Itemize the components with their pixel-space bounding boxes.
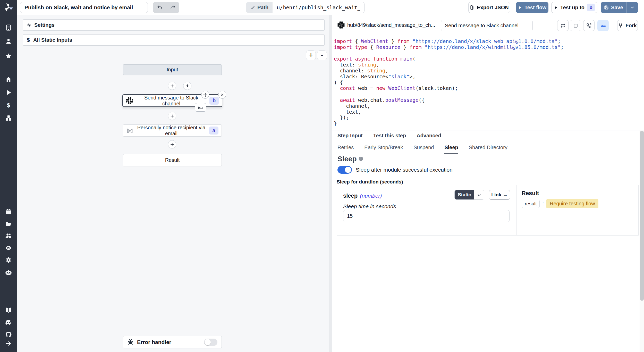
flow-title-input[interactable] [20,2,148,13]
retries-icon-button[interactable] [557,20,569,31]
delete-step-button[interactable] [218,91,226,99]
input-node[interactable]: Input [123,64,222,75]
code-mode-button[interactable] [474,190,484,199]
code-line [334,91,640,97]
link-button[interactable]: Link → [489,190,510,200]
save-label: Save [611,5,623,11]
path-button[interactable]: Path [246,2,273,13]
tab-test-this-step[interactable]: Test this step [373,130,406,142]
error-handler-node[interactable]: Error handler [123,336,222,348]
test-up-to-label: Test up to [560,5,584,11]
fork-button[interactable]: Fork [617,20,638,31]
hub-script-path: hub/849/slack/send_message_to_ch... [347,15,435,35]
tab-sleep[interactable]: Sleep [444,142,458,154]
insert-step-button[interactable] [168,82,176,90]
undo-button[interactable] [153,2,166,13]
tab-advanced[interactable]: Advanced [417,130,441,142]
error-handler-toggle[interactable] [204,339,217,346]
early-stop-icon-button[interactable] [570,20,581,31]
save-dropdown-button[interactable] [627,2,638,13]
folder-icon[interactable] [5,221,12,227]
play-icon[interactable] [5,89,12,96]
result-node[interactable]: Result [123,154,222,166]
sleep-indicator-chip[interactable] [195,103,206,112]
step-tabs-primary: Step InputTest this stepAdvanced [332,130,640,142]
all-static-inputs-bar[interactable]: $ All Static Inputs [23,34,325,46]
email-step-node[interactable]: Personally notice recipient via email a [123,124,222,137]
settings-sliders-icon [26,22,31,28]
slack-icon [337,21,345,29]
zoom-out-button[interactable]: - [317,51,327,60]
path-group: Path [246,2,365,13]
chevron-down-icon [630,5,635,10]
zoom-in-button[interactable]: + [306,51,316,60]
eye-icon[interactable] [5,245,12,251]
tab-shared-directory[interactable]: Shared Directory [469,142,507,154]
repeat-icon [560,23,566,28]
save-button[interactable]: Save [601,2,627,13]
code-editor[interactable]: import { WebClient } from "https://deno.… [332,35,640,130]
user-icon[interactable] [5,38,12,45]
robot-icon[interactable] [5,269,12,276]
code-line: export async function main( [334,56,640,62]
windmill-logo-icon[interactable] [3,2,14,13]
input-node-label: Input [167,67,178,73]
book-icon[interactable] [5,307,12,313]
flow-settings-bar[interactable]: Settings [23,19,325,31]
code-line: text, [334,109,640,115]
tab-suspend[interactable]: Suspend [413,142,434,154]
gmail-icon [126,127,133,134]
sleep-heading: Sleep [337,155,357,163]
code-line: import { WebClient } from "https://deno.… [334,39,640,45]
redo-button[interactable] [166,2,179,13]
tab-early-stop-break[interactable]: Early Stop/Break [364,142,403,154]
insert-trigger-button[interactable] [183,82,191,90]
arrow-right-icon[interactable] [5,340,12,347]
insert-step-button[interactable] [168,140,176,148]
sleep-seconds-input[interactable] [343,210,510,222]
star-icon[interactable] [5,53,12,60]
play-icon [554,6,558,10]
slack-step-node[interactable]: Send message to Slack channel b [122,94,222,107]
square-icon [573,23,578,28]
plus-icon [170,142,174,147]
tab-step-input[interactable]: Step Input [337,130,363,142]
path-input[interactable] [273,2,364,13]
sleep-icon-button[interactable] [597,20,609,31]
plus-icon [170,114,174,118]
scrollbar-thumb[interactable] [640,131,644,301]
code-line [334,51,640,56]
info-icon[interactable] [358,156,363,161]
slack-step-id-badge: b [209,97,219,105]
gear-icon[interactable] [5,257,12,263]
calendar-icon[interactable] [5,208,12,215]
undo-redo-group [153,2,179,13]
tab-retries[interactable]: Retries [337,142,354,154]
move-step-button[interactable] [201,91,209,99]
step-name-input[interactable] [441,20,533,31]
home-icon[interactable] [5,76,12,83]
sleep-form: sleep (number) Static Link → Sleep time … [337,185,639,236]
sleep-toggle[interactable] [337,166,352,174]
bed-icon [198,105,204,110]
code-line: slack: Resource<"slack">, [334,74,640,80]
panel-resize-divider[interactable] [329,15,332,352]
plus-icon [170,84,174,88]
error-handler-label: Error handler [137,339,201,345]
settings-label: Settings [34,22,55,28]
insert-step-button[interactable] [168,112,176,120]
building-icon[interactable] [5,24,12,31]
scrollbar-track[interactable] [640,130,644,352]
export-json-button[interactable]: Export JSON [468,2,510,13]
users-gear-icon[interactable] [5,232,12,239]
test-flow-button[interactable]: Test flow [516,2,548,13]
suspend-icon-button[interactable] [583,20,595,31]
dollar-icon[interactable] [5,102,12,108]
static-mode-button[interactable]: Static [455,190,474,199]
github-icon[interactable] [5,331,12,338]
cubes-icon[interactable] [5,115,12,121]
topbar: Path Export JSON Test flow Test up to b … [17,0,644,15]
test-up-to-button[interactable]: Test up to b [551,2,597,13]
discord-icon[interactable] [5,319,12,326]
bed-icon [600,23,606,28]
